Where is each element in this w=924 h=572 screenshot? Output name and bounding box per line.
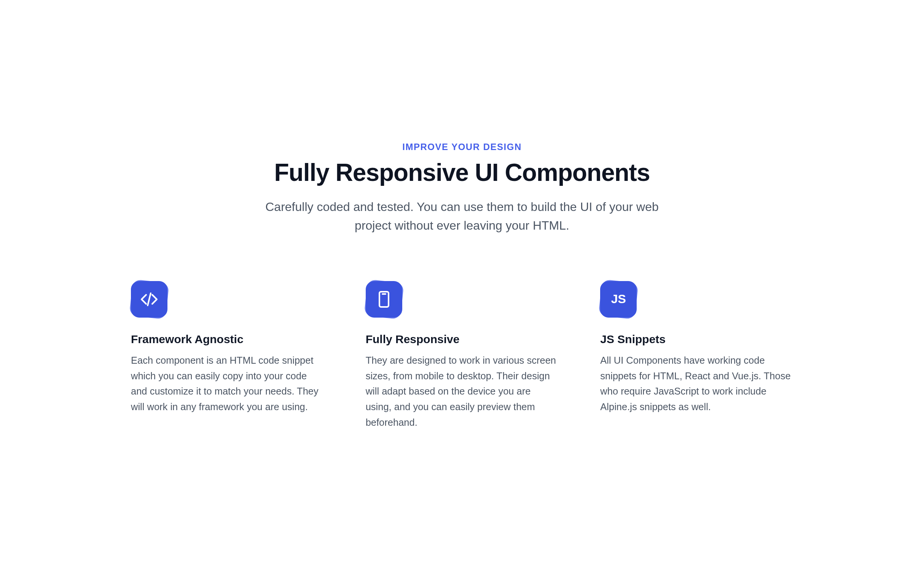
code-icon: [131, 281, 167, 318]
svg-line-0: [148, 293, 151, 305]
features-grid: Framework Agnostic Each component is an …: [131, 281, 793, 430]
feature-description: All UI Components have working code snip…: [600, 353, 793, 415]
icon-wrapper: [131, 281, 167, 318]
section-header: IMPROVE YOUR DESIGN Fully Responsive UI …: [131, 142, 793, 235]
eyebrow-text: IMPROVE YOUR DESIGN: [131, 142, 793, 152]
feature-title: Fully Responsive: [366, 333, 559, 346]
js-icon: JS: [600, 281, 637, 318]
feature-title: JS Snippets: [600, 333, 793, 346]
feature-fully-responsive: Fully Responsive They are designed to wo…: [366, 281, 559, 430]
feature-js-snippets: JS JS Snippets All UI Components have wo…: [600, 281, 793, 430]
feature-description: Each component is an HTML code snippet w…: [131, 353, 324, 415]
feature-title: Framework Agnostic: [131, 333, 324, 346]
feature-framework-agnostic: Framework Agnostic Each component is an …: [131, 281, 324, 430]
section-title: Fully Responsive UI Components: [131, 159, 793, 186]
icon-wrapper: [366, 281, 402, 318]
feature-description: They are designed to work in various scr…: [366, 353, 559, 430]
features-section: IMPROVE YOUR DESIGN Fully Responsive UI …: [81, 142, 843, 430]
phone-icon: [366, 281, 402, 318]
section-subtitle: Carefully coded and tested. You can use …: [260, 198, 664, 235]
icon-wrapper: JS: [600, 281, 637, 318]
js-icon-label: JS: [611, 292, 626, 306]
